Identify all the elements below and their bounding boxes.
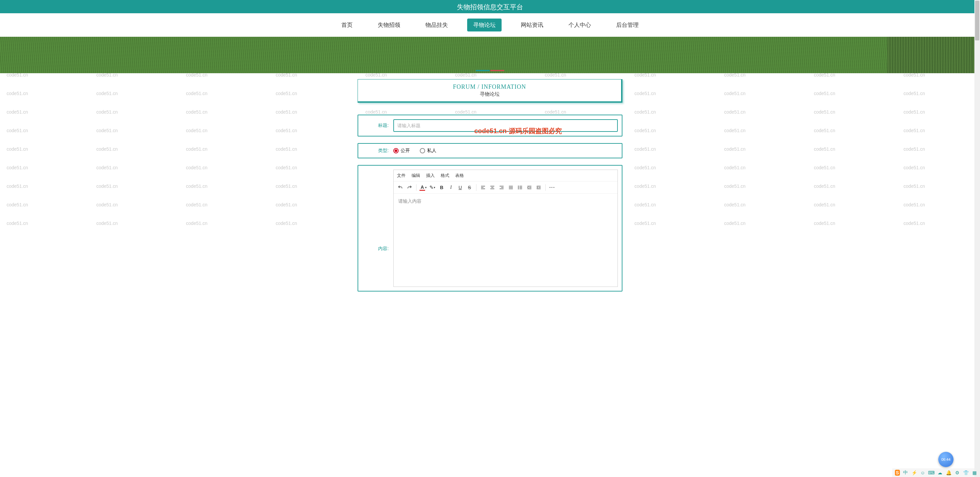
strike-icon[interactable]: S (465, 183, 474, 192)
banner-grass-texture (0, 37, 980, 73)
header-bar: 失物招领信息交互平台 (0, 0, 980, 13)
editor-menu-0[interactable]: 文件 (397, 172, 406, 179)
editor-body[interactable]: 请输入内容 (394, 194, 617, 287)
radio-label: 公开 (401, 148, 410, 154)
nav-item-5[interactable]: 个人中心 (563, 19, 597, 32)
editor-menu-2[interactable]: 插入 (426, 172, 435, 179)
align-right-icon[interactable] (497, 183, 506, 192)
nav-item-0[interactable]: 首页 (336, 19, 359, 32)
undo-icon[interactable] (396, 183, 405, 192)
list-bullet-icon[interactable] (515, 183, 525, 192)
nav-item-3[interactable]: 寻物论坛 (467, 19, 501, 32)
toolbar-separator (476, 184, 476, 191)
nav-item-6[interactable]: 后台管理 (610, 19, 644, 32)
radio-option-1[interactable]: 私人 (420, 148, 436, 154)
form-row-type: 类型: 公开私人 (358, 143, 622, 158)
align-center-icon[interactable] (488, 183, 497, 192)
content-label: 内容: (362, 170, 389, 287)
title-label: 标题: (362, 123, 389, 129)
indent-increase-icon[interactable] (534, 183, 543, 192)
nav-item-1[interactable]: 失物招领 (372, 19, 406, 32)
type-label: 类型: (362, 148, 389, 154)
banner-image (0, 37, 980, 73)
carousel-dot-2[interactable] (490, 70, 504, 71)
banner-bamboo-texture (887, 37, 980, 73)
editor-menu-3[interactable]: 格式 (441, 172, 449, 179)
bold-icon[interactable]: B (437, 183, 446, 192)
underline-icon[interactable]: U (455, 183, 465, 192)
indent-decrease-icon[interactable] (525, 183, 534, 192)
toolbar-separator (416, 184, 417, 191)
section-title-en: FORUM / INFORMATION (358, 83, 621, 91)
editor-menu-4[interactable]: 表格 (455, 172, 464, 179)
radio-option-0[interactable]: 公开 (393, 148, 410, 154)
main-content: FORUM / INFORMATION 寻物论坛 标题: 类型: 公开私人 内容… (358, 79, 622, 292)
editor-toolbar: A▾✎▾BIUS··· (394, 182, 617, 194)
bg-color-icon[interactable]: ✎▾ (428, 183, 437, 192)
radio-circle-icon (393, 148, 399, 153)
form-row-title: 标题: (358, 115, 622, 136)
header-title: 失物招领信息交互平台 (457, 3, 523, 11)
editor-placeholder: 请输入内容 (398, 198, 422, 204)
svg-point-16 (518, 188, 519, 189)
form-row-content: 内容: 文件编辑插入格式表格 A▾✎▾BIUS··· 请输入内容 (358, 165, 622, 292)
editor-menu-1[interactable]: 编辑 (412, 172, 420, 179)
nav-item-2[interactable]: 物品挂失 (420, 19, 454, 32)
section-title-cn: 寻物论坛 (358, 91, 621, 97)
align-left-icon[interactable] (479, 183, 488, 192)
title-input[interactable] (393, 119, 618, 132)
vertical-scrollbar[interactable] (974, 0, 980, 292)
rich-text-editor: 文件编辑插入格式表格 A▾✎▾BIUS··· 请输入内容 (393, 170, 618, 287)
main-nav: 首页失物招领物品挂失寻物论坛网站资讯个人中心后台管理 (0, 13, 980, 37)
align-justify-icon[interactable] (506, 183, 515, 192)
scrollbar-thumb[interactable] (975, 1, 979, 40)
more-icon[interactable]: ··· (547, 183, 557, 192)
carousel-indicators (476, 70, 504, 71)
type-radio-group: 公开私人 (393, 148, 436, 154)
section-title-panel: FORUM / INFORMATION 寻物论坛 (358, 79, 622, 103)
radio-circle-icon (420, 148, 425, 153)
text-color-icon[interactable]: A▾ (418, 183, 428, 192)
svg-point-12 (518, 186, 519, 186)
nav-item-4[interactable]: 网站资讯 (515, 19, 549, 32)
italic-icon[interactable]: I (446, 183, 455, 192)
radio-label: 私人 (427, 148, 436, 154)
carousel-dot-1[interactable] (476, 70, 490, 71)
toolbar-separator (545, 184, 546, 191)
editor-menubar: 文件编辑插入格式表格 (394, 170, 617, 182)
redo-icon[interactable] (405, 183, 414, 192)
